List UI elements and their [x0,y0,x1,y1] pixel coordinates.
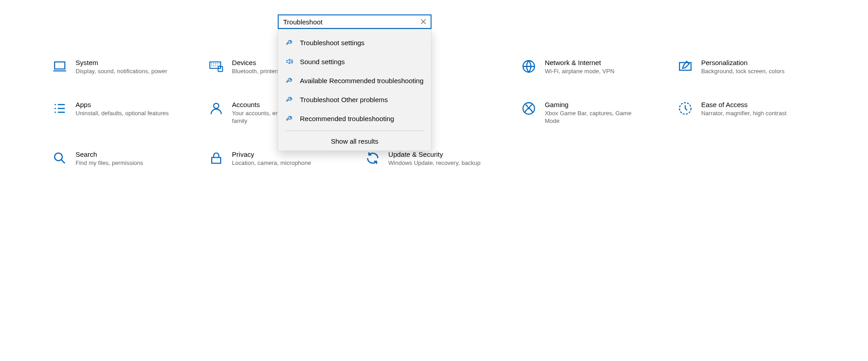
category-subtitle: Display, sound, notifications, power [76,67,167,75]
show-all-results-button[interactable]: Show all results [285,131,424,145]
suggestion-label: Recommended troubleshooting [300,115,394,122]
suggestion-item[interactable]: Troubleshoot settings [278,33,431,52]
search-icon [52,150,67,166]
suggestion-label: Troubleshoot settings [300,39,365,47]
close-icon [421,19,426,24]
globe-icon [521,59,536,74]
svg-rect-1 [210,62,221,68]
category-title: System [76,59,167,66]
category-privacy[interactable]: Privacy Location, camera, microphone [209,150,326,167]
wrench-icon [285,114,294,122]
svg-rect-0 [55,62,65,69]
suggestion-item[interactable]: Recommended troubleshooting [278,109,431,128]
svg-rect-9 [212,157,221,163]
accessibility-icon [678,101,693,116]
suggestion-item[interactable]: Troubleshoot Other problems [278,90,431,109]
category-subtitle: Narrator, magnifier, high contrast [701,109,787,117]
category-subtitle: Background, lock screen, colors [701,67,784,75]
suggestion-item[interactable]: Available Recommended troubleshooting [278,71,431,90]
person-icon [209,101,224,116]
keyboard-icon [209,59,224,74]
category-title: Gaming [545,101,639,108]
search-container: Troubleshoot settings Sound settings Ava… [278,14,432,151]
search-input[interactable] [283,18,419,26]
category-network[interactable]: Network & Internet Wi-Fi, airplane mode,… [521,59,639,75]
clear-search-button[interactable] [419,17,428,26]
category-subtitle: Find my files, permissions [76,159,143,167]
speaker-icon [285,57,294,66]
laptop-icon [52,59,67,74]
category-gaming[interactable]: Gaming Xbox Game Bar, captures, Game Mod… [521,101,639,125]
category-update-security[interactable]: Update & Security Windows Update, recove… [365,150,483,167]
category-title: Ease of Access [701,101,787,108]
list-icon [52,101,67,116]
category-title: Update & Security [389,150,481,158]
suggestion-item[interactable]: Sound settings [278,52,431,71]
category-title: Privacy [232,150,311,158]
category-subtitle: Wi-Fi, airplane mode, VPN [545,67,614,75]
category-system[interactable]: System Display, sound, notifications, po… [52,59,170,75]
category-ease-of-access[interactable]: Ease of Access Narrator, magnifier, high… [678,101,795,125]
category-subtitle: Uninstall, defaults, optional features [76,109,169,117]
xbox-icon [521,101,536,116]
category-title: Search [76,150,143,158]
category-search[interactable]: Search Find my files, permissions [52,150,170,167]
wrench-icon [285,38,294,47]
suggestion-label: Troubleshoot Other problems [300,96,388,103]
category-personalization[interactable]: Personalization Background, lock screen,… [678,59,795,75]
sync-icon [365,150,380,166]
suggestion-label: Sound settings [300,58,345,66]
search-suggestions-dropdown: Troubleshoot settings Sound settings Ava… [278,29,432,151]
pen-monitor-icon [678,59,693,74]
lock-icon [209,150,224,166]
category-apps[interactable]: Apps Uninstall, defaults, optional featu… [52,101,170,125]
category-title: Network & Internet [545,59,614,66]
category-subtitle: Windows Update, recovery, backup [389,159,481,167]
category-subtitle: Xbox Game Bar, captures, Game Mode [545,109,639,125]
wrench-icon [285,95,294,103]
category-title: Apps [76,101,169,108]
category-subtitle: Location, camera, microphone [232,159,311,167]
svg-point-5 [213,103,218,108]
suggestion-label: Available Recommended troubleshooting [300,77,423,84]
settings-categories-grid: System Display, sound, notifications, po… [52,59,816,167]
svg-point-8 [55,153,62,160]
wrench-icon [285,76,294,84]
search-box[interactable] [278,14,432,29]
category-title: Personalization [701,59,784,66]
